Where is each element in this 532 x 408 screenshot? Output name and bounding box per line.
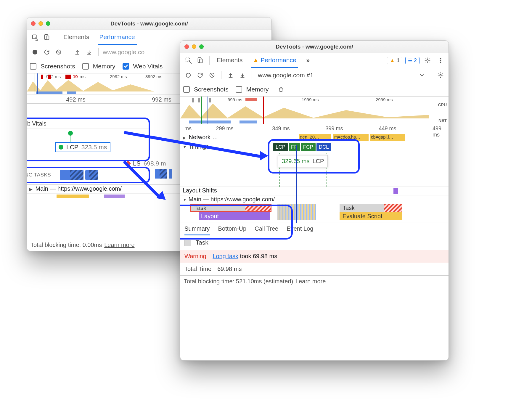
warnings-badge[interactable]: ▲ 1 (387, 57, 402, 64)
warning-icon: ▲ (390, 57, 395, 64)
lcp-chip[interactable]: LCP 323.5 ms (55, 142, 110, 152)
label-webvitals: Web Vitals (133, 63, 163, 70)
main-thread-header: Main — https://www.google.com/ (189, 196, 275, 203)
timing-chip-lcp[interactable]: LCP (273, 143, 288, 151)
download-icon[interactable] (237, 70, 247, 80)
issues-icon: ☰ (408, 58, 412, 63)
recording-toolbar: www.google.com #1 (180, 68, 449, 82)
options-toolbar: Screenshots Memory (180, 82, 449, 97)
net-label: NET (438, 118, 447, 123)
timing-chip-dcl[interactable]: DCL (316, 143, 331, 151)
clear-icon[interactable] (54, 47, 64, 57)
svg-point-10 (440, 62, 441, 63)
network-item[interactable]: cb=gapi.l… (370, 134, 405, 141)
lcp-value: 323.5 ms (81, 144, 107, 151)
layout-shifts-row[interactable]: Layout Shifts (180, 187, 449, 195)
upload-icon[interactable] (72, 47, 82, 57)
checkbox-screenshots[interactable] (30, 63, 36, 70)
ruler-tick: 349 ms (272, 126, 290, 132)
tab-call-tree[interactable]: Call Tree (255, 225, 278, 235)
issues-count: 2 (414, 57, 417, 64)
layout-shift-block[interactable] (393, 188, 398, 194)
svg-rect-6 (200, 59, 202, 63)
more-menu-icon[interactable] (435, 55, 446, 65)
disclosure-icon[interactable]: ▶ (183, 135, 186, 140)
checkbox-memory[interactable] (82, 63, 89, 70)
ruler-tick: ms (184, 126, 192, 132)
inspect-element-icon[interactable] (30, 32, 40, 42)
lcp-dot-icon (59, 145, 63, 150)
task-label: Task (190, 204, 271, 212)
svg-point-12 (440, 74, 441, 76)
device-toggle-icon[interactable] (195, 55, 205, 65)
arrowhead-icon (260, 151, 268, 160)
eval-script-block[interactable]: Evaluate Script (340, 212, 402, 220)
longtask-block[interactable] (169, 169, 172, 179)
layout-block[interactable]: Layout (199, 212, 270, 220)
ruler-tick: 2999 ms (376, 97, 393, 102)
playhead[interactable] (296, 145, 297, 223)
trash-icon[interactable] (276, 84, 286, 94)
download-icon[interactable] (84, 47, 94, 57)
tab-elements[interactable]: Elements (216, 54, 244, 67)
device-toggle-icon[interactable] (42, 32, 52, 42)
clear-icon[interactable] (207, 70, 217, 80)
network-row[interactable]: ▶ Network … gen_20… m=cdos,hs… cb=gapi.l… (180, 133, 449, 142)
total-time-value: 69.98 ms (217, 266, 242, 272)
checkbox-memory[interactable] (236, 86, 242, 93)
titlebar: DevTools - www.google.com/ (180, 41, 449, 53)
network-item[interactable]: m=cdos,hs… (333, 134, 369, 141)
settings-red-icon[interactable] (435, 70, 446, 80)
main-thread-header-wrap[interactable]: ▼ Main — https://www.google.com/ (180, 195, 449, 203)
checkbox-webvitals[interactable] (123, 63, 129, 70)
network-header: Network … (189, 134, 218, 140)
warning-label: Warning (184, 253, 206, 259)
learn-more-link[interactable]: Learn more (295, 278, 326, 285)
overview-minimap[interactable]: 999 ms 1999 ms 2999 ms CPU NET (180, 97, 449, 124)
tab-summary[interactable]: Summary (184, 225, 210, 235)
ruler-tick: 1999 ms (302, 97, 319, 102)
record-icon[interactable] (30, 47, 40, 57)
label-screenshots: Screenshots (41, 63, 75, 70)
layout-shifts-header: Layout Shifts (183, 187, 217, 194)
window-title: DevTools - www.google.com/ (27, 20, 271, 27)
disclosure-icon[interactable]: ▼ (183, 197, 187, 202)
record-icon[interactable] (183, 70, 193, 80)
tab-performance[interactable]: Performance (98, 31, 136, 44)
recording-label: www.google.com #1 (258, 72, 314, 79)
long-task-link[interactable]: Long task (213, 253, 238, 259)
timing-chip-fp[interactable]: FP (289, 143, 300, 151)
label-memory: Memory (246, 86, 269, 93)
tabs-overflow[interactable]: » (305, 54, 311, 67)
learn-more-link[interactable]: Learn more (104, 242, 134, 248)
tab-performance[interactable]: ▲Performance (252, 54, 298, 67)
tab-bottom-up[interactable]: Bottom-Up (218, 225, 247, 235)
inspect-element-icon[interactable] (183, 55, 193, 65)
ruler-tick: 399 ms (325, 126, 343, 132)
tab-event-log[interactable]: Event Log (287, 225, 313, 235)
main-ruler: ms 299 ms 349 ms 399 ms 449 ms 499 ms (180, 124, 449, 133)
recording-url[interactable]: www.google.co (103, 49, 144, 56)
ruler-tick: 299 ms (216, 126, 233, 132)
recording-selector[interactable]: www.google.com #1 (256, 71, 315, 79)
settings-icon[interactable] (422, 55, 433, 65)
network-item[interactable]: gen_20… (299, 134, 331, 141)
ruler-tick: 999 ms (228, 97, 242, 102)
tab-elements[interactable]: Elements (62, 31, 91, 44)
checkbox-screenshots[interactable] (183, 86, 190, 93)
disclosure-icon[interactable]: ▼ (183, 144, 187, 149)
task-swatch-icon (184, 240, 191, 246)
tbt-label: Total blocking time: 521.10ms (estimated… (184, 278, 293, 285)
dropdown-icon[interactable] (417, 70, 427, 80)
upload-icon[interactable] (226, 70, 236, 80)
warnings-count: 1 (397, 57, 400, 64)
disclosure-icon[interactable]: ▶ (29, 187, 33, 192)
issues-badge[interactable]: ☰ 2 (405, 57, 420, 64)
label-memory: Memory (93, 63, 115, 70)
summary-body: Task (180, 235, 449, 250)
timing-chip-fcp[interactable]: FCP (301, 143, 316, 151)
tbt-label: Total blocking time: 0.00ms (30, 242, 102, 248)
reload-icon[interactable] (42, 47, 52, 57)
reload-icon[interactable] (195, 70, 205, 80)
details-tabs: Summary Bottom-Up Call Tree Event Log (180, 222, 449, 235)
